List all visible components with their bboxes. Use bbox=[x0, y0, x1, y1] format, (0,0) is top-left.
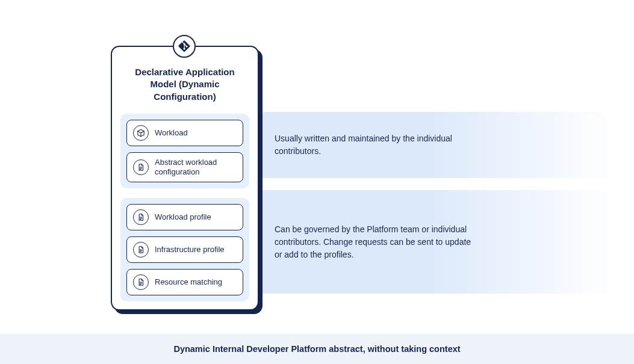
document-icon bbox=[133, 242, 149, 258]
callout-platform: Can be governed by the Platform team or … bbox=[259, 190, 634, 294]
item-label: Abstract workload configuration bbox=[155, 158, 237, 177]
callout-contributors: Usually written and maintained by the in… bbox=[259, 112, 634, 178]
item-label: Infrastructure profile bbox=[155, 245, 225, 254]
group-platform: Workload profile Infrastructure profile … bbox=[120, 198, 249, 301]
callout-text: Usually written and maintained by the in… bbox=[275, 132, 473, 158]
diagram-canvas: Declarative Application Model (Dynamic C… bbox=[0, 0, 634, 364]
item-infrastructure-profile: Infrastructure profile bbox=[126, 236, 243, 263]
item-label: Resource matching bbox=[155, 277, 222, 287]
git-icon bbox=[173, 35, 196, 58]
item-label: Workload profile bbox=[155, 212, 211, 222]
document-icon bbox=[133, 209, 149, 225]
footer-caption-bar: Dynamic Internal Developer Platform abst… bbox=[0, 334, 634, 364]
group-contributors: Workload Abstract workload configuration bbox=[120, 114, 249, 189]
item-resource-matching: Resource matching bbox=[126, 269, 243, 295]
footer-caption: Dynamic Internal Developer Platform abst… bbox=[173, 344, 460, 354]
item-workload-profile: Workload profile bbox=[126, 204, 243, 230]
item-workload: Workload bbox=[126, 120, 243, 146]
callout-text: Can be governed by the Platform team or … bbox=[275, 223, 473, 261]
panel-title: Declarative Application Model (Dynamic C… bbox=[120, 66, 249, 103]
cube-icon bbox=[133, 125, 149, 141]
document-icon bbox=[133, 274, 149, 290]
document-icon bbox=[133, 159, 149, 175]
model-panel: Declarative Application Model (Dynamic C… bbox=[111, 46, 259, 310]
item-abstract-workload-config: Abstract workload configuration bbox=[126, 152, 243, 183]
item-label: Workload bbox=[155, 128, 188, 138]
